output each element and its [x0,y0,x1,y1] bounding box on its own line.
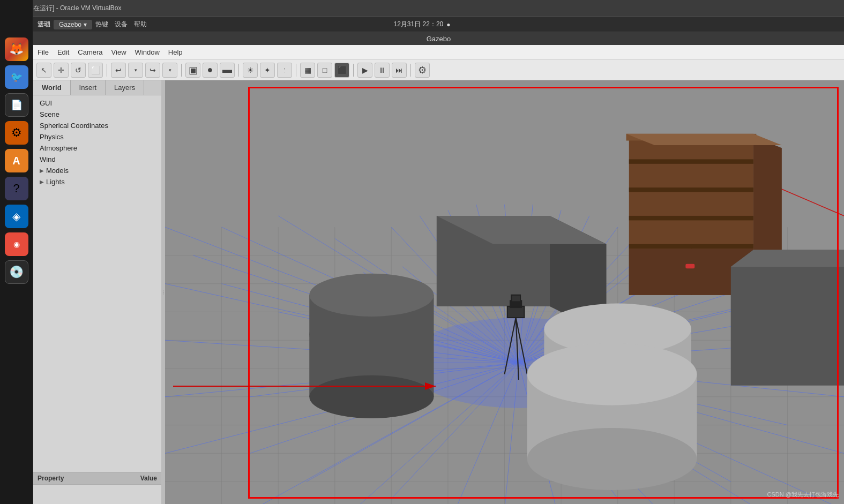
tool-play[interactable]: ▶ [357,63,372,78]
lights-arrow: ▶ [40,179,44,185]
separator-4 [296,64,296,77]
gazebo-dropdown-icon: ▾ [84,21,87,28]
tool-panel2[interactable]: ⬛ [334,63,349,78]
viewport-3d[interactable]: CSDN @我先去打包游戏先 [165,80,844,504]
dock-icon-help[interactable]: ? [5,177,28,200]
gazebo-toolbar: ↖ ✛ ↺ ⬜ ↩ ▾ ↪ ▾ ▣ ● ▬ ☀ ✦ ⋮ ▦ □ ⬛ ▶ ⏸ ⏭ … [33,60,844,80]
menu-window[interactable]: Window [135,48,160,56]
tool-sphere[interactable]: ● [203,63,218,78]
app-title: Gazebo [427,35,451,43]
menu-hotkeys[interactable]: 热键 [95,20,108,29]
svg-marker-104 [731,267,844,386]
gazebo-menubar: File Edit Camera View Window Help [33,45,844,60]
svg-point-113 [527,343,697,405]
dock-icon-firefox[interactable]: 🦊 [5,37,28,61]
tree-item-atmosphere[interactable]: Atmosphere [33,142,161,154]
tree-item-scene-label: Scene [40,110,59,118]
dock-icon-files[interactable]: 📄 [5,93,28,117]
separator-1 [107,64,107,77]
gazebo-taskbar-label: Gazebo [59,21,81,28]
tab-world[interactable]: World [33,80,71,95]
tree-item-spherical-label: Spherical Coordinates [40,122,108,130]
gazebo-window: Gazebo File Edit Camera View Window Help… [33,32,844,504]
svg-point-83 [309,375,434,418]
tool-scale[interactable]: ⬜ [88,63,103,78]
dock-icon-appstore[interactable]: A [5,149,28,172]
dock-icon-orange[interactable]: ⚙ [5,121,28,145]
tool-redo-dropdown[interactable]: ▾ [162,63,177,78]
dock-icon-layers[interactable]: ◉ [5,232,28,256]
main-content: World Insert Layers GUI Scene Spherical … [33,80,844,504]
tool-extra[interactable]: ⚙ [415,63,430,78]
tree-item-gui[interactable]: GUI [33,97,161,109]
taskbar-active: 活动 [38,20,50,29]
tool-panel1[interactable]: □ [317,63,332,78]
tool-light[interactable]: ☀ [243,63,258,78]
menu-view[interactable]: View [111,48,126,56]
tool-pause[interactable]: ⏸ [375,63,390,78]
menu-file[interactable]: File [38,48,49,56]
svg-point-82 [309,274,434,317]
tool-undo-dropdown[interactable]: ▾ [128,63,143,78]
svg-rect-101 [685,264,694,268]
tab-insert[interactable]: Insert [71,80,106,95]
tree-item-models[interactable]: ▶ Models [33,165,161,176]
clock-dot: ● [446,21,450,28]
viewport-svg [165,80,844,504]
prop-col-property: Property [38,475,140,482]
tab-bar: World Insert Layers [33,80,161,95]
tree-item-scene[interactable]: Scene [33,109,161,120]
menu-devices[interactable]: 设备 [115,20,128,29]
dock-icon-vscode[interactable]: ◈ [5,205,28,228]
tree-item-wind-label: Wind [40,155,56,163]
separator-2 [181,64,182,77]
tool-redo[interactable]: ↪ [145,63,160,78]
os-titlebar: panda [正在运行] - Oracle VM VirtualBox [0,0,844,17]
tree-item-models-label: Models [46,167,69,175]
svg-rect-94 [629,159,753,163]
menu-edit[interactable]: Edit [57,48,69,56]
tree-item-wind[interactable]: Wind [33,154,161,165]
tool-box[interactable]: ▣ [185,63,200,78]
svg-rect-92 [511,295,520,302]
menu-help[interactable]: 帮助 [134,20,147,29]
separator-3 [238,64,239,77]
tree-item-physics-label: Physics [40,133,64,141]
svg-rect-95 [629,187,753,192]
tree-item-physics[interactable]: Physics [33,131,161,142]
tool-undo[interactable]: ↩ [111,63,126,78]
menu-help[interactable]: Help [168,48,183,56]
os-taskbar: 管理 控制 视图 热键 设备 帮助 12月31日 22：20 ● 活动 Gaze… [0,17,844,32]
clock-area: 12月31日 22：20 ● [394,20,451,29]
tool-step[interactable]: ⏭ [392,63,407,78]
tool-cylinder[interactable]: ▬ [220,63,235,78]
tree-panel: GUI Scene Spherical Coordinates Physics … [33,95,161,472]
clock-text: 12月31日 22：20 [394,20,444,29]
svg-rect-96 [629,216,753,220]
svg-point-114 [527,428,697,490]
svg-rect-90 [507,306,525,318]
tool-rotate[interactable]: ↺ [71,63,86,78]
prop-col-value: Value [140,475,157,482]
tree-item-gui-label: GUI [40,99,52,107]
dock-icon-blue[interactable]: 🐦 [5,65,28,89]
gazebo-taskbar-btn[interactable]: Gazebo ▾ [54,20,92,29]
tree-item-lights-label: Lights [46,178,65,186]
tool-spotarea[interactable]: ⋮ [277,63,292,78]
app-header: Gazebo [33,32,844,45]
models-arrow: ▶ [40,168,44,174]
menu-camera[interactable]: Camera [78,48,102,56]
separator-6 [410,64,411,77]
left-panel: World Insert Layers GUI Scene Spherical … [33,80,162,504]
watermark: CSDN @我先去打包游戏先 [767,491,839,499]
tree-item-lights[interactable]: ▶ Lights [33,176,161,187]
tool-select[interactable]: ↖ [36,63,51,78]
dock: 🦊 🐦 📄 ⚙ A ? ◈ ◉ 💿 [0,0,33,504]
tool-grid[interactable]: ▦ [300,63,315,78]
dock-icon-disk[interactable]: 💿 [5,260,28,284]
tree-item-spherical[interactable]: Spherical Coordinates [33,120,161,131]
prop-header: Property Value [33,472,161,485]
tab-layers[interactable]: Layers [106,80,144,95]
tool-translate[interactable]: ✛ [54,63,69,78]
tool-pointlight[interactable]: ✦ [260,63,275,78]
